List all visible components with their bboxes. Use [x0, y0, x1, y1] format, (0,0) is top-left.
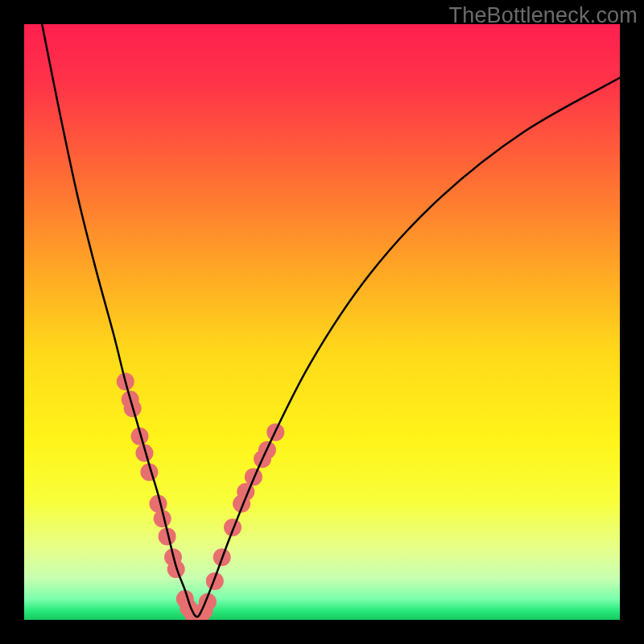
data-marker	[224, 518, 242, 536]
chart-frame: TheBottleneck.com	[0, 0, 644, 644]
chart-overlay	[24, 24, 620, 620]
bottleneck-curve	[42, 24, 620, 617]
data-markers	[117, 373, 284, 620]
data-marker	[206, 572, 224, 590]
plot-area	[24, 24, 620, 620]
watermark-text: TheBottleneck.com	[448, 3, 638, 28]
